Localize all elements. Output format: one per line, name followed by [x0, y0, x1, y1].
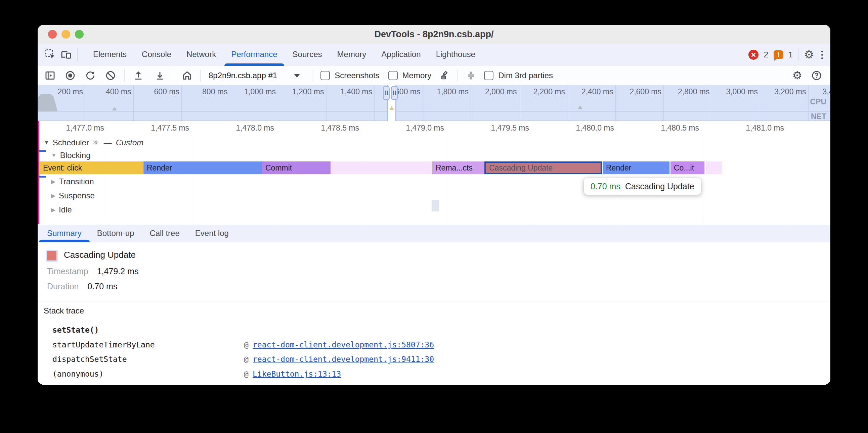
tab-elements[interactable]: Elements	[93, 44, 127, 66]
flame-bar-render[interactable]: Render	[144, 162, 262, 174]
event-color-swatch	[47, 251, 56, 261]
flame-bar-render[interactable]: Render	[602, 162, 670, 174]
stack-frame-function: startUpdateTimerByLane	[53, 340, 244, 349]
reload-record-icon[interactable]	[85, 70, 96, 81]
record-icon[interactable]	[64, 70, 76, 81]
ruler-tick-label: 1,477.5 ms	[129, 124, 189, 133]
selection-left-handle[interactable]	[383, 86, 390, 100]
inspect-element-icon[interactable]	[44, 48, 56, 60]
tab-console[interactable]: Console	[142, 44, 171, 66]
flame-bar-cascading-update[interactable]: Cascading Update	[485, 162, 602, 174]
triangle-collapsed-icon[interactable]: ▶	[51, 178, 55, 185]
triangle-collapsed-icon[interactable]: ▶	[51, 206, 55, 213]
flamechart-gridline	[192, 137, 192, 225]
overview-tick-label: 2,600 ms	[611, 87, 661, 96]
lane-label: Transition	[59, 177, 94, 186]
details-tab-event-log[interactable]: Event log	[195, 225, 229, 242]
performance-toolbar: 8p2n9n.csb.app #1 Screenshots Memory	[38, 66, 830, 86]
selection-right-handle[interactable]	[391, 86, 398, 100]
help-icon[interactable]	[811, 70, 822, 81]
selected-event-name: Cascading Update	[64, 250, 136, 260]
stack-frame-function: dispatchSetState	[53, 355, 244, 364]
lane-label: Idle	[59, 205, 72, 214]
ruler-tick-label: 1,479.0 ms	[383, 124, 444, 133]
overview-tick-label: 600 ms	[129, 87, 179, 96]
download-profile-icon[interactable]	[154, 70, 165, 81]
home-icon[interactable]	[181, 70, 193, 81]
details-tab-bottom-up[interactable]: Bottom-up	[97, 225, 134, 242]
tabbar-right-controls: 2 1 ⚙	[748, 44, 825, 66]
collapse-sanity-icon[interactable]	[465, 70, 477, 81]
screenshots-checkbox[interactable]	[320, 71, 330, 80]
kebab-menu-icon[interactable]	[819, 51, 825, 59]
dim-3rd-parties-checkbox[interactable]	[484, 71, 493, 80]
warning-badge-icon[interactable]	[774, 51, 783, 59]
tab-lighthouse[interactable]: Lighthouse	[436, 44, 475, 66]
error-badge-icon[interactable]	[748, 50, 758, 60]
device-toolbar-icon[interactable]	[60, 48, 72, 60]
flame-bar[interactable]	[706, 162, 722, 174]
lane-row-idle[interactable]: ▶Idle	[51, 204, 72, 215]
memory-checkbox[interactable]	[388, 71, 398, 80]
overview-tick-label: 2,200 ms	[515, 87, 565, 96]
overview-marker-icon	[578, 105, 583, 109]
ruler-tick-label: 1,479.5 ms	[469, 124, 529, 133]
screenshots-label: Screenshots	[335, 71, 379, 80]
summary-row-label: Timestamp	[47, 267, 88, 276]
tab-memory[interactable]: Memory	[337, 44, 367, 66]
lane-row-blocking[interactable]: ▼ Blocking	[51, 150, 91, 161]
clear-recording-icon[interactable]	[105, 70, 116, 81]
collect-garbage-icon[interactable]	[439, 70, 450, 81]
ruler-tick-mark	[362, 131, 362, 137]
track-header-scheduler[interactable]: ▼ Scheduler ⚛ — Custom	[44, 137, 144, 148]
timeline-overview[interactable]: 200 ms400 ms600 ms800 ms1,000 ms1,200 ms…	[38, 85, 830, 121]
lane-row-suspense[interactable]: ▶Suspense	[51, 190, 95, 201]
flame-bar-co-it[interactable]: Co...it	[671, 162, 705, 174]
cpu-activity-chart	[38, 94, 59, 111]
flamechart-gridline	[107, 137, 107, 225]
divider	[77, 48, 78, 61]
stack-frame-source-link[interactable]: react-dom-client.development.js:9411:30	[253, 355, 434, 364]
flamechart-gridline	[447, 137, 447, 225]
lane-row-transition[interactable]: ▶Transition	[51, 176, 94, 187]
summary-row-value: 1,479.2 ms	[97, 267, 139, 276]
tab-performance[interactable]: Performance	[231, 44, 277, 66]
flamechart-time-ruler: 1,477.0 ms1,477.5 ms1,478.0 ms1,478.5 ms…	[38, 121, 830, 137]
overview-tick-label: 1,200 ms	[274, 87, 324, 96]
overview-tick-label: 1,000 ms	[225, 87, 276, 96]
flame-bar-event-click[interactable]: Event: click	[40, 162, 144, 174]
ruler-tick-label: 1,478.5 ms	[299, 124, 359, 133]
stack-frame: setState()	[53, 326, 244, 334]
flame-bar-rema-cts[interactable]: Rema...cts	[432, 162, 485, 174]
settings-gear-icon[interactable]: ⚙	[804, 49, 814, 61]
details-tab-summary[interactable]: Summary	[47, 225, 82, 242]
triangle-collapsed-icon[interactable]: ▶	[51, 192, 55, 199]
details-tabbar: SummaryBottom-upCall treeEvent log	[38, 225, 830, 242]
capture-settings-gear-icon[interactable]: ⚙	[792, 69, 802, 81]
triangle-expanded-icon[interactable]: ▼	[51, 152, 57, 159]
stack-frame-source-link[interactable]: LikeButton.js:13:13	[253, 370, 341, 378]
stack-frame-source-link[interactable]: react-dom-client.development.js:5807:36	[253, 340, 434, 349]
flamechart-gridline	[702, 137, 702, 225]
dash-separator: —	[104, 138, 112, 147]
upload-profile-icon[interactable]	[133, 70, 144, 81]
ruler-tick-label: 1,481.0 ms	[723, 124, 784, 133]
tab-network[interactable]: Network	[186, 44, 216, 66]
divider	[784, 69, 784, 81]
divider	[38, 301, 830, 301]
flame-bar[interactable]	[331, 162, 432, 174]
devtools-window: DevTools - 8p2n9n.csb.app/ ElementsConso…	[38, 25, 830, 385]
overview-tick-label: 800 ms	[177, 87, 228, 96]
overview-tick-label: 3,200 ms	[756, 87, 806, 96]
tab-sources[interactable]: Sources	[292, 44, 322, 66]
chevron-down-icon	[294, 74, 300, 77]
summary-panel: Cascading Update Timestamp1,479.2 msDura…	[38, 242, 830, 385]
triangle-expanded-icon[interactable]: ▼	[44, 139, 50, 146]
memory-label: Memory	[402, 71, 432, 80]
details-tab-call-tree[interactable]: Call tree	[150, 225, 179, 242]
flamechart-area[interactable]: ▼ Scheduler ⚛ — Custom ▼ Blocking Event:…	[38, 137, 830, 225]
toggle-sidebar-icon[interactable]	[44, 70, 56, 81]
flame-bar-commit[interactable]: Commit	[262, 162, 331, 174]
tab-application[interactable]: Application	[381, 44, 421, 66]
target-selector-dropdown[interactable]: 8p2n9n.csb.app #1	[209, 71, 300, 80]
